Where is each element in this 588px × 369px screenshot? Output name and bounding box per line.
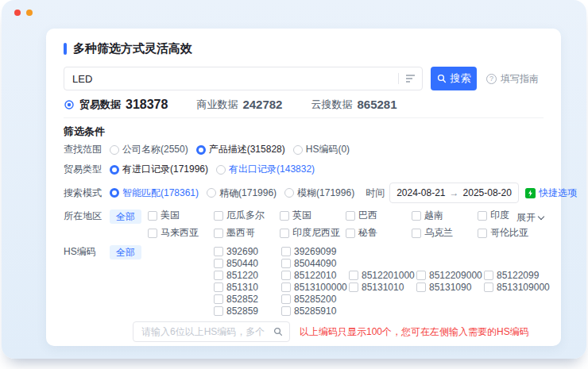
- hs-checkbox[interactable]: 85122010: [281, 269, 349, 281]
- checkbox-icon: [416, 271, 426, 280]
- hs-grid-row: 851310 8513100000 85131010 85131090 8513…: [214, 281, 551, 293]
- hs-checkbox[interactable]: 39269099: [281, 245, 349, 257]
- region-checkbox[interactable]: 墨西哥: [214, 227, 280, 239]
- region-checkbox[interactable]: 乌克兰: [412, 227, 478, 239]
- hs-checkbox[interactable]: 85285910: [281, 305, 349, 317]
- hs-code-input[interactable]: [140, 325, 273, 338]
- hs-checkbox[interactable]: 8512201000: [349, 269, 416, 281]
- checkbox-icon: [280, 229, 289, 238]
- hs-checkbox[interactable]: 8513109000: [484, 281, 551, 293]
- checkbox-icon: [214, 259, 223, 268]
- guide-info-icon: ?: [486, 74, 497, 84]
- radio-icon: [207, 188, 216, 198]
- checkbox-icon: [214, 247, 223, 256]
- checkbox-icon: [281, 294, 291, 304]
- hs-checkbox[interactable]: 851220: [214, 269, 281, 281]
- region-checkbox[interactable]: 英国: [280, 209, 346, 221]
- hs-input-row: 以上编码只显示100个，您可在左侧输入需要的HS编码: [133, 321, 544, 342]
- region-checkbox[interactable]: 哥伦比亚: [478, 227, 544, 239]
- hs-all-tag[interactable]: 全部: [110, 245, 141, 259]
- checkbox-icon: [346, 211, 355, 221]
- radio-fuzzy-match[interactable]: 模糊(171996): [284, 186, 354, 200]
- hs-grid-row: 852859 85285910: [214, 305, 551, 317]
- page-title: 多种筛选方式灵活高效: [73, 41, 192, 56]
- tab-trade-data[interactable]: 贸易数据 318378: [64, 98, 168, 112]
- screenshot-stage: 多种筛选方式灵活高效: [0, 0, 588, 369]
- radio-company-name[interactable]: 公司名称(2550): [110, 143, 188, 156]
- filter-label: 贸易类型: [64, 163, 110, 176]
- region-checkbox[interactable]: 秘鲁: [346, 227, 412, 239]
- advanced-search-icon[interactable]: [405, 74, 416, 83]
- tab-label: 云搜数据: [311, 98, 352, 112]
- tab-count: 865281: [357, 98, 397, 111]
- region-all-tag[interactable]: 全部: [110, 209, 141, 224]
- hs-search-icon[interactable]: [273, 327, 283, 336]
- hs-checkbox[interactable]: 852859: [214, 305, 281, 317]
- input-divider: [398, 73, 399, 84]
- hs-checkbox[interactable]: 851310: [214, 281, 281, 293]
- radio-icon: [216, 165, 226, 175]
- date-start: 2024-08-21: [397, 187, 445, 198]
- hs-grid-row: 850440 85044090: [214, 257, 551, 269]
- hs-input-wrapper: [133, 321, 290, 342]
- fill-guide-link[interactable]: ? 填写指南: [486, 72, 539, 86]
- hs-checkbox[interactable]: 85285200: [281, 293, 349, 305]
- expand-label: 展开: [516, 211, 536, 225]
- hs-checkbox[interactable]: 85122099: [484, 269, 551, 281]
- quick-options-label: 快捷选项: [539, 186, 577, 200]
- hs-checkbox[interactable]: 85131090: [416, 281, 484, 293]
- checkbox-icon: [484, 283, 493, 292]
- checkbox-icon: [281, 247, 291, 256]
- expand-link[interactable]: 展开: [516, 211, 544, 225]
- radio-product-description[interactable]: 产品描述(315828): [196, 143, 285, 156]
- region-checkbox[interactable]: 美国: [148, 209, 214, 221]
- tab-label: 商业数据: [196, 98, 238, 112]
- search-panel: 多种筛选方式灵活高效: [46, 29, 561, 346]
- hs-checkbox[interactable]: 85131010: [349, 281, 416, 293]
- checkbox-icon: [148, 229, 157, 238]
- radio-import-records[interactable]: 有进口记录(171996): [110, 163, 208, 176]
- hs-checkbox[interactable]: 8512209000: [416, 269, 484, 281]
- radio-icon: [110, 145, 119, 155]
- tab-count: 318378: [126, 98, 168, 112]
- filter-row-search-mode: 搜索模式 智能匹配(178361) 精确(171996) 模糊(171996) …: [64, 183, 544, 203]
- search-input[interactable]: [71, 72, 392, 86]
- hs-checkbox[interactable]: 852852: [214, 293, 281, 305]
- date-range-picker[interactable]: 2024-08-21 → 2025-08-20: [389, 183, 519, 203]
- tab-business-data[interactable]: 商业数据 242782: [196, 98, 282, 112]
- window-dot-red-icon: [14, 10, 21, 16]
- quick-options-link[interactable]: 快捷选项: [525, 186, 577, 200]
- radio-checked-icon: [110, 188, 119, 198]
- date-arrow-icon: →: [450, 187, 459, 198]
- window-dot-orange-icon: [26, 10, 33, 16]
- hs-checkbox[interactable]: 8513100000: [281, 281, 349, 293]
- region-checkbox[interactable]: 越南: [412, 209, 478, 221]
- radio-smart-match[interactable]: 智能匹配(178361): [110, 186, 199, 200]
- hs-checkbox[interactable]: 85044090: [281, 257, 349, 269]
- hs-checkbox[interactable]: 850440: [214, 257, 281, 269]
- region-checkbox[interactable]: 巴西: [346, 209, 412, 221]
- hs-limit-note: 以上编码只显示100个，您可在左侧输入需要的HS编码: [300, 325, 529, 339]
- target-icon: [64, 99, 75, 110]
- hs-grid-row: 851220 85122010 8512201000 8512209000 85…: [214, 269, 551, 281]
- checkbox-icon: [214, 229, 223, 238]
- region-checkbox[interactable]: 厄瓜多尔: [214, 209, 280, 221]
- search-button[interactable]: 搜索: [431, 67, 477, 90]
- filter-section-title: 筛选条件: [64, 125, 544, 136]
- hs-checkbox[interactable]: 392690: [214, 245, 281, 257]
- checkbox-icon: [214, 271, 223, 280]
- radio-exact-match[interactable]: 精确(171996): [207, 186, 277, 200]
- time-label: 时间: [366, 186, 385, 200]
- tab-cloud-data[interactable]: 云搜数据 865281: [311, 98, 397, 112]
- radio-export-records[interactable]: 有出口记录(143832): [216, 163, 315, 176]
- region-checkbox[interactable]: 印度尼西亚: [280, 227, 346, 239]
- filter-row-scope: 查找范围 公司名称(2550) 产品描述(315828) HS编码(0): [64, 143, 544, 156]
- search-button-label: 搜索: [451, 71, 471, 86]
- radio-hs-code[interactable]: HS编码(0): [293, 143, 350, 156]
- search-magnifier-icon: [437, 74, 447, 83]
- region-checkbox[interactable]: 马来西亚: [148, 227, 214, 239]
- search-input-wrapper: [64, 67, 423, 90]
- radio-icon: [284, 188, 294, 198]
- panel-header: 多种筛选方式灵活高效: [64, 41, 544, 56]
- filter-label: 查找范围: [64, 143, 110, 156]
